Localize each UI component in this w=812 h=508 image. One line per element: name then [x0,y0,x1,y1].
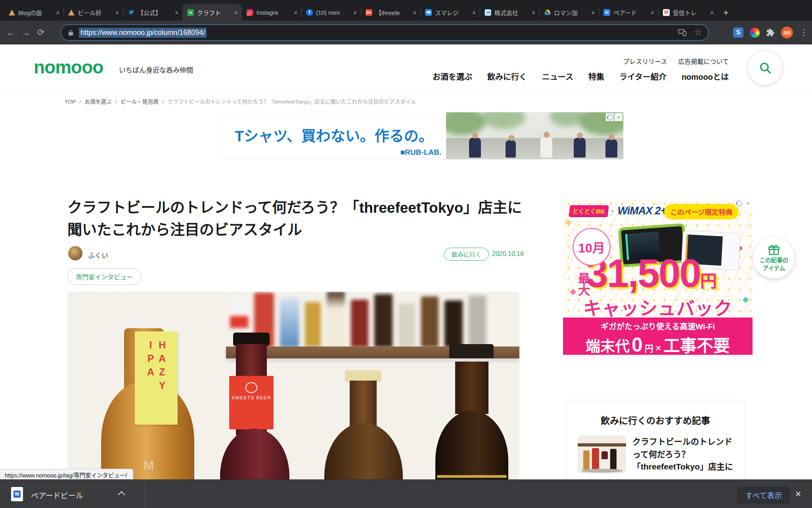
download-filename[interactable]: ペアードビール [31,490,83,500]
search-button[interactable] [748,51,782,85]
tab-close-icon[interactable]: × [293,9,298,16]
address-bar[interactable]: https://www.nomooo.jp/column/168094/ ☆ [60,24,709,41]
category-badge[interactable]: 飲みに行く [444,248,489,261]
top-banner-ad[interactable]: Tシャツ、買わない。作るの。 ■RUB-LAB. i × [222,112,623,159]
tab-close-icon[interactable]: × [531,9,536,16]
items-button-line1: この記事の [760,257,789,265]
nav-writers[interactable]: ライター紹介 [619,71,666,82]
profile-avatar[interactable]: 順貴 [781,27,793,38]
site-tagline: いちばん身近な呑み仲間 [119,65,193,75]
ad-close-icon[interactable]: × [744,199,752,207]
tab-close-icon[interactable]: × [352,9,358,16]
month-circle: 10月 [573,228,611,266]
tab-drive[interactable]: ロマン加 × [539,4,599,21]
reload-icon[interactable]: ⟳ [33,27,48,38]
banner-photo: i × [446,112,623,159]
new-tab-button[interactable]: + [723,8,729,17]
tab-beer-blog[interactable]: ビール好 × [63,4,123,21]
browser-toolbar: ← → ⟳ https://www.nomooo.jp/column/16809… [0,21,812,44]
search-icon [758,61,772,75]
tab-facebook[interactable]: f (10) nom × [301,4,361,21]
tab-instagram[interactable]: Instagra × [242,4,301,21]
tab-close-icon[interactable]: × [590,9,596,16]
banner-text-panel: Tシャツ、買わない。作るの。 ■RUB-LAB. [222,112,446,159]
author-name[interactable]: ふくい [88,250,108,260]
tokutoku-bb-logo: とくとくBB [569,205,608,217]
tab-gmail[interactable]: M 受信トレ × [658,4,718,21]
download-bar-close-icon[interactable]: × [795,488,801,500]
link-advertising[interactable]: 広告掲載について [678,56,729,66]
back-icon[interactable]: ← [3,27,18,38]
tent-icon [9,10,15,15]
tag-expert-interview[interactable]: 専門家インタビュー [67,268,141,285]
tab-close-icon[interactable]: × [115,9,120,16]
breadcrumb-top[interactable]: TOP [65,99,76,105]
bottle1-tag-text: HAZY IPA [145,339,168,425]
docs-icon [603,9,610,16]
forward-icon[interactable]: → [18,27,33,38]
tab-title: 【threefe [375,8,409,17]
show-all-downloads-button[interactable]: すべて表示 [737,487,790,503]
tab-close-icon[interactable]: × [174,9,179,16]
tab-close-icon[interactable]: × [471,9,477,16]
ad-close-icon[interactable]: × [615,113,622,121]
send-to-devices-icon[interactable] [678,29,687,36]
breadcrumb-choose-sake[interactable]: お酒を選ぶ [85,99,112,105]
author-avatar[interactable] [68,246,82,260]
s-extension-icon[interactable]: S [733,27,743,38]
breadcrumb-beer[interactable]: ビール・発泡酒 [121,99,159,105]
tab-close-icon[interactable]: × [234,9,239,16]
tab-title: 株式会社 [494,8,528,17]
person-figure [506,140,516,158]
nomooo-favicon: n [187,9,194,16]
tab-twitter[interactable]: 【公式】 × [123,4,182,21]
tab-title: ビール好 [78,8,111,17]
article-items-button[interactable]: この記事の アイテム [753,237,795,279]
nav-choose-sake[interactable]: お酒を選ぶ [433,71,472,82]
nav-features[interactable]: 特集 [588,71,604,82]
word-doc-icon: W [11,487,23,501]
tab-title: 受信トレ [673,8,706,17]
chrome-menu-icon[interactable]: ⋮ [799,27,808,38]
nav-go-drinking[interactable]: 飲みに行く [487,71,527,82]
tab-docs[interactable]: ペアード × [599,4,658,21]
ad-info-icon[interactable]: i [736,200,742,206]
chevron-up-icon[interactable] [118,491,125,498]
nav-about[interactable]: nomoooとは [682,71,729,82]
tab-close-icon[interactable]: × [412,9,417,16]
breadcrumb-separator: / [162,99,164,105]
extensions-puzzle-icon[interactable] [766,28,775,37]
shelf-bottles-blur [230,292,519,347]
ad-info-icon[interactable]: i [607,114,613,120]
facebook-icon: f [306,9,313,16]
tab-threefeet[interactable]: De 【threefe × [361,4,420,21]
color-wheel-extension-icon[interactable] [750,28,760,38]
bottle2-label-text: SWEETS BEER [229,395,274,400]
nav-news[interactable]: ニュース [542,71,573,82]
article-title: クラフトビールのトレンドって何だろう？「threefeetTokyo」店主に聞い… [67,197,523,241]
recommended-article-item[interactable]: クラフトビールのトレンドって何だろう？「threefeetTokyo」店主に [578,435,736,473]
url-text[interactable]: https://www.nomooo.jp/column/168094/ [79,28,207,38]
bottle2-label: SWEETS BEER [229,376,274,429]
sidebar-wimax-ad[interactable]: とくとくBB × WiMAX 2+ このページ限定特典 i × 10月 最大 3… [563,198,753,355]
tab-nomooo-active[interactable]: n クラフト × [182,4,242,21]
tab-calendar[interactable]: 16 株式会社 × [480,4,539,21]
link-press-release[interactable]: プレスリリース [623,56,667,66]
tree-blur [482,112,525,129]
bookmark-star-icon[interactable]: ☆ [694,27,702,38]
wimax-bottom-band: ギガがたっぷり使える高速Wi-Fi 端末代 0 円 × 工事不要 [563,318,753,355]
device-cost-label: 端末代 [586,335,630,355]
tab-blog[interactable]: Blogの設 × [4,4,63,21]
de-icon: De [366,9,372,16]
publish-date: 2020.10.16 [492,250,524,258]
tab-title: 【公式】 [138,8,171,17]
tab-title: Instagra [257,9,290,16]
tab-close-icon[interactable]: × [55,9,60,16]
person-figure [574,138,586,158]
tab-smaregi[interactable]: スマレジ × [420,4,480,21]
site-logo[interactable]: nomooo [34,56,103,78]
cashback-label: キャッシュバック [563,294,753,320]
tab-close-icon[interactable]: × [650,9,655,16]
tab-close-icon[interactable]: × [709,9,714,16]
utility-links: プレスリリース 広告掲載について [623,56,729,66]
